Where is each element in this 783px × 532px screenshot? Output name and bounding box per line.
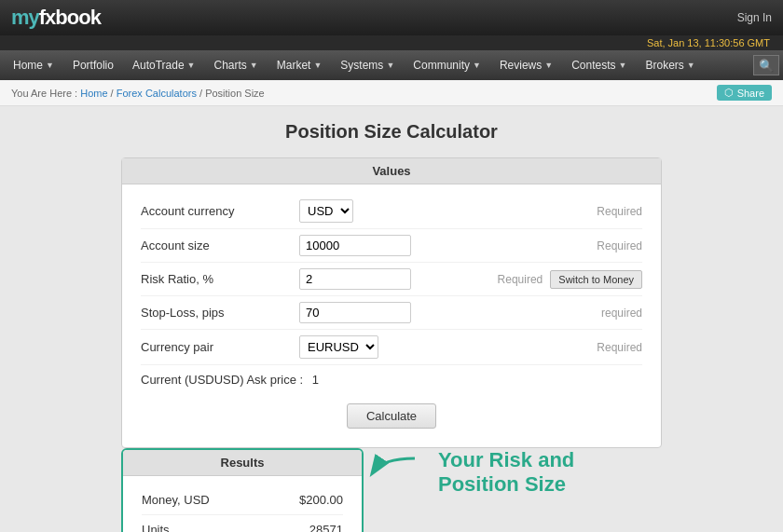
nav-community[interactable]: Community ▼ [404, 50, 490, 80]
nav-systems-arrow: ▼ [386, 61, 394, 70]
nav-contests-arrow: ▼ [619, 61, 627, 70]
calculator-box: Values Account currency USDEURGBPJPY Req… [121, 157, 662, 448]
breadcrumb-current: Position Size [205, 88, 265, 99]
datetime-text: Sat, Jan 13, 11:30:56 GMT [647, 37, 770, 48]
breadcrumb-prefix: You Are Here : [11, 88, 77, 99]
risk-ratio-field[interactable] [299, 268, 411, 290]
calculator-body: Account currency USDEURGBPJPY Required A… [122, 184, 661, 447]
main-content: Position Size Calculator Values Account … [0, 106, 783, 532]
nav-home-label: Home [13, 59, 43, 72]
risk-ratio-input[interactable] [299, 268, 488, 290]
nav-brokers[interactable]: Brokers ▼ [636, 50, 704, 80]
nav-charts[interactable]: Charts ▼ [204, 50, 267, 80]
account-currency-row: Account currency USDEURGBPJPY Required [141, 194, 642, 229]
risk-ratio-row: Risk Ratio, % Required Switch to Money [141, 263, 642, 296]
stop-loss-input[interactable] [299, 302, 592, 323]
sign-in-link[interactable]: Sign In [737, 11, 772, 24]
nav-portfolio-label: Portfolio [73, 59, 114, 72]
nav-home[interactable]: Home ▼ [4, 50, 63, 80]
nav-autotrade-arrow: ▼ [187, 61, 196, 70]
nav-reviews-label: Reviews [500, 59, 542, 72]
results-box: Results Money, USD $200.00 Units 28571 L… [121, 448, 364, 532]
currency-pair-input[interactable]: EURUSDGBPUSDUSDJPYUSDCHF [299, 335, 587, 359]
nav-reviews-arrow: ▼ [544, 61, 553, 70]
account-size-row: Account size Required [141, 229, 642, 263]
account-size-field[interactable] [299, 235, 411, 256]
nav-brokers-arrow: ▼ [687, 61, 695, 70]
main-nav: Home ▼ Portfolio AutoTrade ▼ Charts ▼ Ma… [0, 50, 783, 80]
account-size-required: Required [597, 239, 642, 252]
nav-contests[interactable]: Contests ▼ [562, 50, 636, 80]
risk-ratio-extras: Required Switch to Money [498, 270, 642, 289]
calculator-header: Values [122, 158, 661, 184]
risk-ratio-required: Required [498, 273, 543, 286]
account-currency-label: Account currency [141, 204, 299, 218]
switch-to-money-button[interactable]: Switch to Money [550, 270, 642, 289]
nav-community-label: Community [413, 59, 470, 72]
account-currency-input[interactable]: USDEURGBPJPY [299, 199, 587, 223]
nav-autotrade[interactable]: AutoTrade ▼ [123, 50, 205, 80]
result-units-value: 28571 [309, 523, 343, 532]
nav-autotrade-label: AutoTrade [132, 59, 185, 72]
results-header: Results [123, 450, 362, 476]
stop-loss-field[interactable] [299, 302, 411, 323]
nav-charts-arrow: ▼ [250, 61, 258, 70]
nav-charts-label: Charts [213, 59, 246, 72]
calculate-button[interactable]: Calculate [347, 403, 436, 429]
result-money-label: Money, USD [142, 493, 210, 507]
breadcrumb-section[interactable]: Forex Calculators [117, 88, 197, 99]
result-units-row: Units 28571 [142, 515, 343, 532]
account-size-input[interactable] [299, 235, 587, 256]
nav-community-arrow: ▼ [473, 61, 481, 70]
nav-reviews[interactable]: Reviews ▼ [490, 50, 562, 80]
breadcrumb-home[interactable]: Home [80, 88, 107, 99]
account-currency-select[interactable]: USDEURGBPJPY [299, 199, 353, 223]
account-currency-required: Required [597, 205, 642, 218]
callout-area: Your Risk andPosition Size [364, 448, 736, 498]
nav-market-arrow: ▼ [313, 61, 322, 70]
results-body: Money, USD $200.00 Units 28571 Lots 0.28… [123, 476, 362, 532]
result-units-label: Units [142, 523, 170, 532]
ask-price-label: Current (USDUSD) Ask price : [141, 373, 303, 387]
top-bar: myfxbook Sign In [0, 0, 783, 35]
ask-price-row: Current (USDUSD) Ask price : 1 [141, 365, 642, 394]
page-title: Position Size Calculator [19, 121, 764, 143]
datetime-bar: Sat, Jan 13, 11:30:56 GMT [0, 35, 783, 50]
logo-prefix: my [11, 6, 39, 29]
stop-loss-row: Stop-Loss, pips required [141, 296, 642, 330]
stop-loss-label: Stop-Loss, pips [141, 306, 299, 320]
calculate-btn-row: Calculate [141, 394, 642, 438]
callout-text: Your Risk andPosition Size [438, 448, 574, 498]
breadcrumb: You Are Here : Home / Forex Calculators … [11, 88, 265, 99]
account-size-label: Account size [141, 239, 299, 252]
nav-systems-label: Systems [340, 59, 383, 72]
currency-pair-label: Currency pair [141, 340, 299, 354]
nav-portfolio[interactable]: Portfolio [63, 50, 123, 80]
search-button[interactable]: 🔍 [753, 55, 779, 75]
stop-loss-required: required [601, 307, 642, 320]
currency-pair-required: Required [597, 341, 642, 354]
share-button[interactable]: ⬡ Share [717, 85, 772, 101]
callout-arrow-icon [364, 444, 419, 500]
result-money-row: Money, USD $200.00 [142, 485, 343, 515]
breadcrumb-bar: You Are Here : Home / Forex Calculators … [0, 80, 783, 106]
nav-market[interactable]: Market ▼ [268, 50, 332, 80]
logo: myfxbook [11, 6, 101, 30]
nav-home-arrow: ▼ [46, 61, 54, 70]
currency-pair-select[interactable]: EURUSDGBPUSDUSDJPYUSDCHF [299, 335, 378, 359]
nav-systems[interactable]: Systems ▼ [331, 50, 404, 80]
result-money-value: $200.00 [299, 493, 343, 507]
results-area: Results Money, USD $200.00 Units 28571 L… [37, 448, 746, 532]
currency-pair-row: Currency pair EURUSDGBPUSDUSDJPYUSDCHF R… [141, 330, 642, 365]
share-icon: ⬡ [724, 87, 734, 99]
share-label: Share [737, 88, 764, 99]
logo-main: fxbook [39, 6, 101, 29]
risk-ratio-label: Risk Ratio, % [141, 272, 299, 286]
nav-brokers-label: Brokers [645, 59, 683, 72]
nav-market-label: Market [277, 59, 311, 72]
ask-price-value: 1 [312, 373, 319, 387]
nav-contests-label: Contests [571, 59, 615, 72]
